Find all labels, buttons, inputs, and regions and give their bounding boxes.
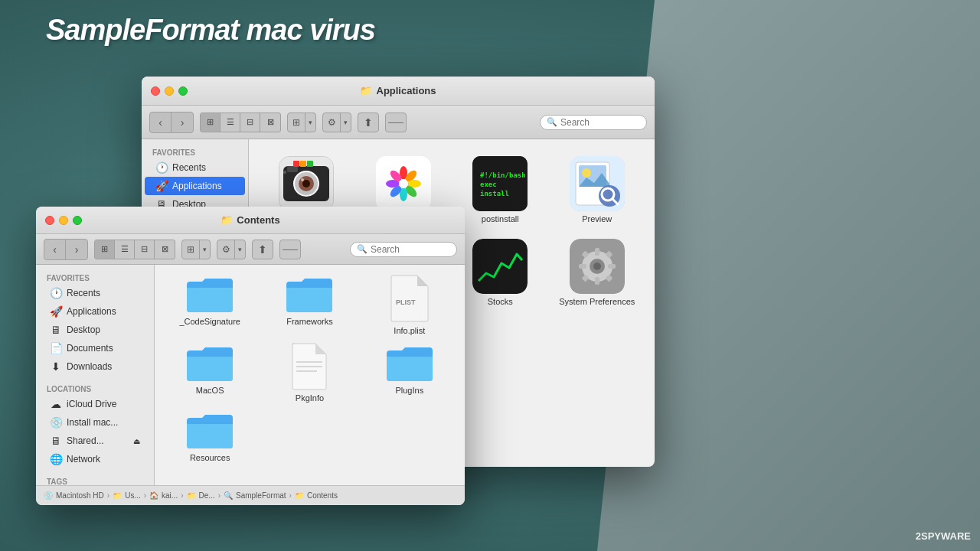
sidebar-item-applications[interactable]: 🚀 Applications	[145, 177, 245, 195]
frameworks-label: Frameworks	[286, 317, 333, 326]
nav-buttons: ‹ ›	[149, 112, 194, 133]
apps-icon-c: 🚀	[50, 305, 62, 318]
list-view-button[interactable]: ☰	[220, 113, 240, 132]
contents-sidebar-downloads[interactable]: ⬇ Downloads	[39, 357, 151, 376]
maximize-button[interactable]	[178, 86, 188, 96]
contents-action-dropdown[interactable]: ⚙ ▾	[217, 240, 246, 259]
share-button[interactable]: ⬆	[358, 112, 379, 132]
applications-icon: 🚀	[155, 180, 168, 192]
shared-icon: 🖥	[50, 435, 62, 447]
contents-sidebar-desktop[interactable]: 🖥 Desktop	[39, 321, 151, 339]
forward-button[interactable]: ›	[172, 112, 193, 132]
app-sysprefs[interactable]: System Preferences	[552, 234, 643, 311]
file-pkginfo[interactable]: PkgInfo	[263, 343, 355, 403]
contents-sidebar-icloud[interactable]: ☁ iCloud Drive	[39, 395, 151, 413]
contents-locations-label: Locations	[36, 382, 154, 395]
path-button[interactable]: ——	[385, 112, 407, 132]
resources-label: Resources	[190, 453, 230, 462]
app-preview[interactable]: Preview	[552, 152, 643, 228]
contents-column-view[interactable]: ⊟	[135, 240, 155, 259]
arrange-dropdown[interactable]: ⊞ ▾	[287, 112, 316, 132]
stocks-icon	[472, 239, 528, 294]
breadcrumb-us[interactable]: Us...	[125, 491, 141, 500]
svg-rect-49	[595, 248, 599, 256]
file-frameworks[interactable]: Frameworks	[263, 274, 355, 335]
documents-icon-c: 📄	[50, 342, 62, 354]
breadcrumb-kai[interactable]: kai...	[162, 491, 178, 500]
file-plugins[interactable]: PlugIns	[364, 343, 456, 403]
column-view-button[interactable]: ⊟	[240, 113, 260, 132]
preview-label: Preview	[582, 214, 612, 223]
contents-gallery-view[interactable]: ⊠	[155, 240, 175, 259]
icon-view-button[interactable]: ⊞	[201, 113, 220, 132]
contents-list-view[interactable]: ☰	[115, 240, 135, 259]
contents-window-title: 📁 Contents	[220, 214, 279, 226]
plugins-label: PlugIns	[395, 386, 423, 395]
svg-rect-52	[608, 264, 616, 269]
svg-point-20	[399, 179, 408, 188]
app-postinstall[interactable]: #!/bin/bash exec install postinstall	[455, 152, 546, 228]
svg-text:install: install	[480, 190, 509, 197]
pkginfo-icon	[290, 343, 328, 390]
infoplist-icon: PLIST	[390, 274, 430, 323]
downloads-icon-c: ⬇	[50, 360, 62, 373]
pkginfo-label: PkgInfo	[296, 393, 324, 403]
contents-arrange-arrow[interactable]: ▾	[199, 240, 210, 259]
contents-minimize-button[interactable]	[59, 216, 68, 225]
arrange-arrow[interactable]: ▾	[305, 113, 315, 132]
svg-rect-51	[579, 264, 586, 269]
contents-path-button[interactable]: ——	[279, 240, 301, 259]
contents-icon-view[interactable]: ⊞	[95, 240, 115, 259]
contents-gear-arrow[interactable]: ▾	[234, 240, 245, 259]
contents-search-icon: 🔍	[357, 244, 368, 254]
view-button-group: ⊞ ☰ ⊟ ⊠	[200, 112, 281, 132]
breadcrumb-icon-3: 🏠	[149, 491, 158, 500]
file-infoplist[interactable]: PLIST Info.plist	[364, 274, 456, 335]
contents-sidebar-network[interactable]: 🌐 Network	[39, 450, 151, 468]
app-stocks[interactable]: Stocks	[455, 234, 546, 311]
codesignature-icon	[185, 274, 234, 314]
svg-text:exec: exec	[480, 181, 497, 188]
stocks-label: Stocks	[488, 297, 513, 306]
contents-file-grid: _CodeSignature Frameworks	[155, 265, 465, 485]
contents-close-button[interactable]	[45, 216, 54, 225]
postinstall-icon: #!/bin/bash exec install	[472, 156, 528, 211]
folder-icon: 📁	[360, 85, 372, 96]
contents-gear-icon: ⚙	[217, 240, 234, 259]
minimize-button[interactable]	[165, 86, 174, 96]
contents-sidebar-apps[interactable]: 🚀 Applications	[39, 302, 151, 321]
gear-arrow[interactable]: ▾	[340, 113, 351, 132]
contents-sidebar-recents[interactable]: 🕐 Recents	[39, 284, 151, 302]
page-title: SampleFormat mac virus	[46, 14, 375, 47]
contents-maximize-button[interactable]	[73, 216, 82, 225]
breadcrumb-sampleformat[interactable]: SampleFormat	[236, 491, 286, 500]
contents-traffic-lights	[45, 216, 82, 225]
action-dropdown[interactable]: ⚙ ▾	[322, 112, 351, 132]
favorites-label: Favorites	[142, 145, 248, 158]
svg-rect-6	[287, 166, 298, 172]
contents-forward-button[interactable]: ›	[66, 240, 87, 259]
breadcrumb-hd[interactable]: Macintosh HD	[56, 491, 104, 500]
infoplist-label: Info.plist	[394, 326, 425, 335]
contents-sidebar: Favorites 🕐 Recents 🚀 Applications 🖥 Des…	[36, 265, 155, 485]
contents-arrange-dropdown[interactable]: ⊞ ▾	[181, 240, 211, 259]
macos-icon	[185, 343, 234, 383]
breadcrumb-de[interactable]: De...	[199, 491, 215, 500]
file-macos[interactable]: MacOS	[164, 343, 256, 403]
breadcrumb-contents[interactable]: Contents	[307, 491, 338, 500]
contents-share-button[interactable]: ⬆	[252, 240, 273, 259]
search-input[interactable]	[560, 117, 640, 128]
contents-search-input[interactable]	[371, 244, 450, 255]
contents-back-button[interactable]: ‹	[44, 240, 66, 259]
close-button[interactable]	[151, 86, 160, 96]
back-button[interactable]: ‹	[150, 112, 172, 132]
desktop-icon-c: 🖥	[50, 324, 62, 336]
sidebar-item-recents[interactable]: 🕐 Recents	[145, 158, 245, 177]
contents-sidebar-shared[interactable]: 🖥 Shared... ⏏	[39, 432, 151, 450]
contents-sidebar-documents[interactable]: 📄 Documents	[39, 339, 151, 357]
gallery-view-button[interactable]: ⊠	[260, 113, 280, 132]
eject-icon[interactable]: ⏏	[133, 437, 140, 445]
file-codesignature[interactable]: _CodeSignature	[164, 274, 256, 335]
file-resources[interactable]: Resources	[164, 410, 256, 462]
contents-sidebar-install[interactable]: 💿 Install mac...	[39, 413, 151, 432]
